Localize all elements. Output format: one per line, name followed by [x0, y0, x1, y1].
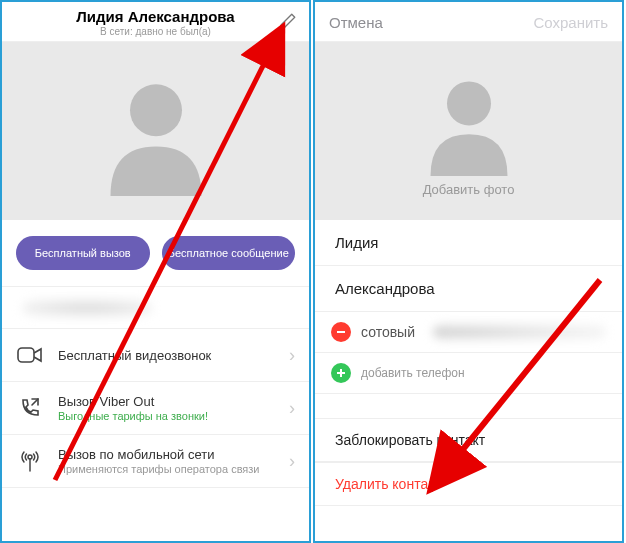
- free-call-button[interactable]: Бесплатный вызов: [16, 236, 150, 270]
- phone-type-label: сотовый: [361, 324, 415, 340]
- first-name-field[interactable]: Лидия: [315, 220, 622, 266]
- free-message-button[interactable]: Бесплатное сообщение: [162, 236, 296, 270]
- phone-number-blurred: [22, 299, 152, 317]
- video-call-item[interactable]: Бесплатный видеозвонок ›: [2, 329, 309, 382]
- action-buttons-row: Бесплатный вызов Бесплатное сообщение: [2, 220, 309, 287]
- edit-button[interactable]: [277, 10, 299, 32]
- save-button[interactable]: Сохранить: [533, 14, 608, 31]
- edit-header: Отмена Сохранить: [315, 2, 622, 42]
- plus-icon: [335, 367, 347, 379]
- contact-card-pane: Лидия Александрова В сети: давно не был(…: [0, 0, 311, 543]
- svg-rect-1: [18, 348, 34, 362]
- svg-point-0: [130, 84, 182, 136]
- add-phone-label: добавить телефон: [361, 366, 465, 380]
- add-photo-area[interactable]: Добавить фото: [315, 42, 622, 220]
- contact-name: Лидия Александрова: [2, 8, 309, 25]
- block-contact-row[interactable]: Заблокировать контакт: [315, 418, 622, 462]
- remove-phone-button[interactable]: [331, 322, 351, 342]
- chevron-right-icon: ›: [289, 451, 295, 472]
- viber-out-item[interactable]: Вызов Viber Out Выгодные тарифы на звонк…: [2, 382, 309, 435]
- add-phone-row[interactable]: добавить телефон: [315, 353, 622, 394]
- add-photo-label: Добавить фото: [423, 182, 515, 197]
- contact-status: В сети: давно не был(а): [2, 26, 309, 37]
- delete-contact-row[interactable]: Удалить контакт: [315, 462, 622, 506]
- avatar-area: [2, 42, 309, 220]
- call-options-list: Бесплатный видеозвонок › Вызов Viber Out…: [2, 329, 309, 488]
- minus-icon: [335, 326, 347, 338]
- add-phone-button[interactable]: [331, 363, 351, 383]
- phone-number-row: [2, 287, 309, 329]
- video-camera-icon: [16, 341, 44, 369]
- chevron-right-icon: ›: [289, 345, 295, 366]
- avatar-placeholder-icon: [91, 66, 221, 196]
- cancel-button[interactable]: Отмена: [329, 14, 383, 31]
- cellular-call-label: Вызов по мобильной сети: [58, 447, 275, 462]
- cellular-call-sublabel: Применяются тарифы оператора связи: [58, 463, 275, 475]
- spacer: [315, 394, 622, 418]
- phone-out-icon: [16, 394, 44, 422]
- svg-rect-4: [337, 331, 345, 333]
- antenna-icon: [16, 447, 44, 475]
- chevron-right-icon: ›: [289, 398, 295, 419]
- svg-rect-6: [337, 372, 345, 374]
- avatar-placeholder-icon: [414, 66, 524, 176]
- viber-out-sublabel: Выгодные тарифы на звонки!: [58, 410, 275, 422]
- phone-number-blurred: [433, 323, 606, 341]
- last-name-field[interactable]: Александрова: [315, 266, 622, 312]
- pencil-icon: [279, 12, 297, 30]
- contact-header: Лидия Александрова В сети: давно не был(…: [2, 2, 309, 42]
- cellular-call-item[interactable]: Вызов по мобильной сети Применяются тари…: [2, 435, 309, 488]
- video-call-label: Бесплатный видеозвонок: [58, 348, 275, 363]
- phone-entry-row[interactable]: сотовый: [315, 312, 622, 353]
- svg-point-3: [447, 81, 491, 125]
- edit-contact-pane: Отмена Сохранить Добавить фото Лидия Але…: [313, 0, 624, 543]
- viber-out-label: Вызов Viber Out: [58, 394, 275, 409]
